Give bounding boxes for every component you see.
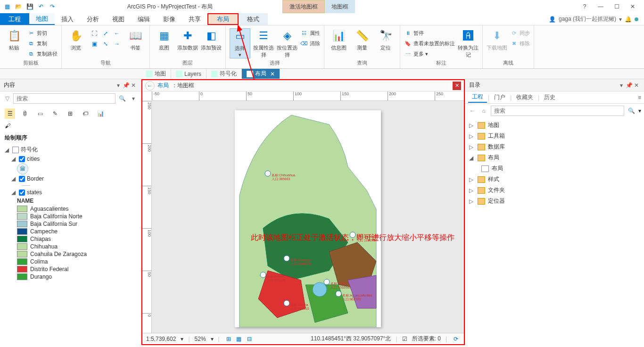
catalog-node-maps[interactable]: ▷地图 [468, 120, 641, 131]
catalog-tab-history[interactable]: 历史 [540, 92, 559, 102]
legend-row[interactable]: Campeche [2, 228, 139, 235]
catalog-menu-icon[interactable]: ≡ [638, 94, 641, 101]
prev-extent-icon[interactable]: ← [112, 28, 122, 39]
minimize-icon[interactable]: — [596, 3, 605, 10]
refresh-icon[interactable]: ⟳ [452, 335, 460, 343]
legend-row[interactable]: Baja California Sur [2, 220, 139, 228]
legend-row[interactable]: Aguascalientes [2, 205, 139, 213]
attrs-button[interactable]: ☷属性 [300, 28, 320, 38]
panel-dropdown-icon[interactable]: ▾ [115, 82, 122, 89]
search-dropdown-icon[interactable]: ▾ [129, 95, 138, 102]
list-by-snap-icon[interactable]: ⊞ [65, 108, 75, 119]
remove-button[interactable]: ✖移除 [510, 39, 530, 48]
deactivate-button[interactable]: ✕ [453, 82, 461, 90]
legend-row[interactable]: Coahuila De Zaragoza [2, 250, 139, 258]
doc-tab-symbol[interactable]: 符号化 [206, 69, 242, 79]
catalog-tab-project[interactable]: 工程 [468, 92, 487, 103]
panel-close-icon[interactable]: ✕ [130, 82, 137, 89]
root-node[interactable]: ◢符号化 [2, 145, 139, 155]
collapse-icon[interactable]: ◢ [11, 189, 17, 196]
zoom-out-fixed-icon[interactable]: ⤡ [100, 39, 111, 49]
select-button[interactable]: ▭选择▾ [230, 28, 250, 58]
layout-page[interactable]: 名称:Chihuahua人口:385603名称:Durango人口:134937… [235, 110, 381, 327]
layer-border[interactable]: ◢Border [2, 174, 139, 183]
catalog-tab-portal[interactable]: 门户 [490, 92, 509, 102]
browse-button[interactable]: ✋浏览 [66, 28, 86, 51]
help-icon[interactable]: ? [580, 3, 589, 10]
context-tab-activate-mapframe[interactable]: 激活地图框 [282, 0, 325, 13]
list-by-select-icon[interactable]: ▭ [35, 108, 45, 119]
expand-icon[interactable]: ▷ [469, 144, 475, 150]
catalog-node-locators[interactable]: ▷定位器 [468, 196, 641, 207]
catalog-node-toolbox[interactable]: ▷工具箱 [468, 131, 641, 141]
layer-visible-checkbox[interactable] [19, 176, 25, 182]
catalog-node-styles[interactable]: ▷样式 [468, 174, 641, 185]
unplaced-button[interactable]: 🔖查看未放置的标注 [404, 39, 455, 48]
copypath-button[interactable]: ⧉复制路径 [27, 49, 58, 58]
tab-edit[interactable]: 编辑 [131, 13, 157, 25]
zoom-to-sel-icon[interactable]: ▣ [89, 39, 99, 49]
expand-icon[interactable]: ▷ [469, 187, 475, 194]
paste-button[interactable]: 📋 粘贴 [4, 28, 25, 51]
layer-visible-checkbox[interactable] [19, 156, 25, 162]
legend-row[interactable]: Chiapas [2, 235, 139, 243]
cut-button[interactable]: ✂剪切 [27, 28, 58, 38]
basemap-button[interactable]: ▦底图 [154, 28, 174, 51]
context-tab-mapframe[interactable]: 地图框 [325, 0, 355, 13]
undo-icon[interactable]: ↶ [36, 1, 46, 12]
catalog-search-input[interactable] [491, 106, 624, 116]
expand-icon[interactable]: ▷ [469, 176, 475, 183]
copy-button[interactable]: ⧉复制 [27, 39, 58, 48]
close-tab-icon[interactable]: ✕ [270, 71, 275, 77]
tab-share[interactable]: 共享 [182, 13, 207, 25]
select-by-loc-button[interactable]: ◈按位置选择 [277, 28, 297, 58]
context-tab-format[interactable]: 格式 [239, 13, 268, 25]
collapse-icon[interactable]: ◢ [11, 156, 17, 162]
locate-button[interactable]: 🔭定位 [375, 28, 396, 51]
panel-close-icon[interactable]: ✕ [633, 82, 640, 89]
more-button[interactable]: ⋯更多 ▾ [404, 49, 455, 58]
legend-row[interactable]: Chihuahua [2, 243, 139, 250]
legend-row[interactable]: Colima [2, 258, 139, 265]
tab-analyze[interactable]: 分析 [80, 13, 106, 25]
open-icon[interactable]: 📂 [13, 1, 24, 12]
catalog-node-folders[interactable]: ▷文件夹 [468, 185, 641, 196]
expand-icon[interactable]: ▷ [469, 198, 475, 205]
notification-bell-icon[interactable]: 🔔 [625, 16, 632, 23]
adddata-button[interactable]: ✚添加数据 [177, 28, 198, 51]
tab-image[interactable]: 影像 [157, 13, 182, 25]
catalog-item-layout[interactable]: 布局 [468, 163, 641, 174]
redo-icon[interactable]: ↷ [47, 1, 58, 12]
list-by-draw-icon[interactable]: ☰ [5, 108, 15, 119]
context-tab-layout[interactable]: 布局 [207, 13, 239, 25]
pause-button[interactable]: ⏸暂停 [404, 28, 455, 38]
maximize-icon[interactable]: ☐ [612, 3, 621, 10]
back-button[interactable]: ← [145, 81, 155, 91]
bookmark-button[interactable]: 📖书签 [125, 28, 146, 51]
download-map-button[interactable]: ⬇下载地图 [487, 28, 507, 51]
tab-insert[interactable]: 插入 [55, 13, 80, 25]
nav-home-icon[interactable]: ⌂ [479, 107, 488, 115]
panel-pin-icon[interactable]: 📌 [122, 82, 130, 89]
sync-button[interactable]: ⟳同步 [510, 28, 530, 38]
doc-tab-layers[interactable]: Layers [171, 69, 206, 79]
nav-back-icon[interactable]: ← [468, 107, 477, 115]
close-icon[interactable]: ✕ [628, 3, 637, 10]
doc-tab-layout[interactable]: 布局✕ [242, 69, 280, 79]
snap-icon[interactable]: ⊞ [224, 335, 233, 343]
measure-button[interactable]: 📏测量 [352, 28, 372, 51]
legend-row[interactable]: Distrito Federal [2, 265, 139, 273]
zoom-in-fixed-icon[interactable]: ⤢ [100, 28, 111, 39]
scale-value[interactable]: 1:5,739,602 [146, 336, 176, 342]
next-extent-icon[interactable]: → [112, 39, 122, 49]
new-project-icon[interactable]: ▦ [2, 1, 12, 12]
tab-view[interactable]: 视图 [106, 13, 131, 25]
tab-map[interactable]: 地图 [29, 13, 55, 25]
collapse-icon[interactable]: ◢ [5, 147, 10, 153]
clear-button[interactable]: ⌫清除 [300, 39, 320, 48]
convert-annot-button[interactable]: 🅰转换为注记 [458, 28, 479, 58]
guides-icon[interactable]: ⊟ [245, 335, 254, 343]
addpreset-button[interactable]: ◧添加预设 [201, 28, 222, 51]
layout-canvas[interactable]: 名称:Chihuahua人口:385603名称:Durango人口:134937… [152, 101, 464, 333]
catalog-node-db[interactable]: ▷数据库 [468, 141, 641, 152]
